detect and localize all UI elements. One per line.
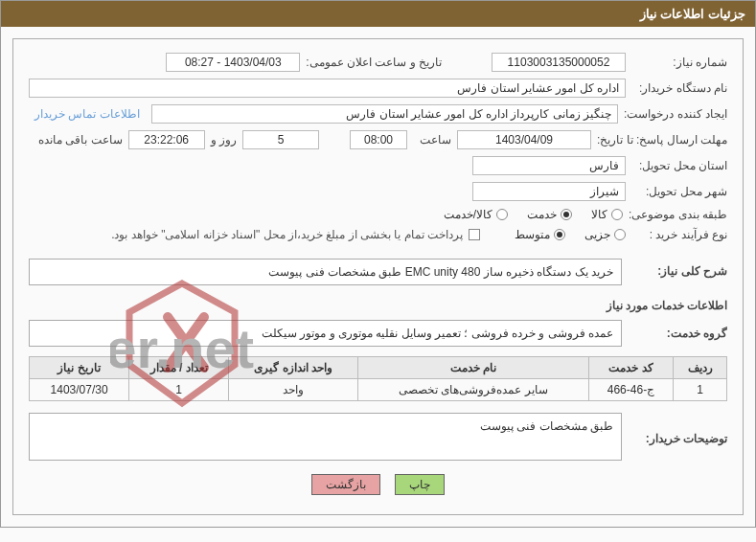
th-unit: واحد اندازه گیری [229,357,358,379]
publish-dt-value: 1403/04/03 - 08:27 [166,53,300,72]
th-row: ردیف [674,357,727,379]
cell-date: 1403/07/30 [30,379,129,401]
button-row: چاپ بازگشت [29,474,727,495]
city-value: شیراز [472,182,626,201]
buyer-note-label: توضیحات خریدار: [622,413,727,445]
deadline-label: مهلت ارسال پاسخ: تا تاریخ: [597,133,727,147]
requester-label: ایجاد کننده درخواست: [624,107,727,121]
row-buyer-org: نام دستگاه خریدار: اداره کل امور عشایر ا… [29,79,727,98]
radio-motevaset[interactable]: متوسط [515,228,565,241]
radio-khadmat[interactable]: خدمت [527,208,572,221]
radio-icon [561,209,572,220]
service-info-heading: اطلاعات خدمات مورد نیاز [29,299,727,312]
radio-jozi-label: جزیی [584,228,610,241]
category-label: طبقه بندی موضوعی: [629,208,727,221]
cell-unit: واحد [229,379,358,401]
radio-jozi[interactable]: جزیی [584,228,626,241]
deadline-time-value: 08:00 [350,130,407,149]
need-no-label: شماره نیاز: [631,56,727,69]
time-label: ساعت [413,133,451,147]
form-body: AriaTender.net شماره نیاز: 1103003135000… [12,38,744,515]
radio-khadmat-label: خدمت [527,208,557,221]
buyer-contact-link[interactable]: اطلاعات تماس خریدار [29,107,146,121]
service-table: ردیف کد خدمت نام خدمت واحد اندازه گیری ت… [29,356,727,401]
radio-icon [554,229,565,240]
purchase-type-radio-group: جزیی متوسط [515,228,626,241]
back-button[interactable]: بازگشت [311,474,380,495]
radio-kalakhadmat[interactable]: کالا/خدمت [444,208,508,221]
service-group-label: گروه خدمت: [622,327,727,340]
days-remaining: 5 [242,130,319,149]
category-radio-group: کالا خدمت کالا/خدمت [444,208,623,221]
radio-kala[interactable]: کالا [591,208,623,221]
panel-title-text: جزئیات اطلاعات نیاز [640,7,745,21]
row-buyer-note: توضیحات خریدار: طبق مشخصات فنی پیوست [29,413,727,461]
radio-kalakhadmat-label: کالا/خدمت [444,208,493,221]
row-category: طبقه بندی موضوعی: کالا خدمت کالا/خدمت [29,208,727,221]
service-group-value: عمده فروشی و خرده فروشی ؛ تعمیر وسایل نق… [29,320,622,347]
row-purchase-type: نوع فرآیند خرید : جزیی متوسط پرداخت تمام… [29,228,727,241]
cell-qty: 1 [129,379,229,401]
remaining-suffix: ساعت باقی مانده [38,133,123,147]
requester-value: چنگیز زمانی کارپرداز اداره کل امور عشایر… [151,104,618,124]
radio-kala-label: کالا [591,208,607,221]
page: جزئیات اطلاعات نیاز AriaTender.net شماره… [0,0,756,528]
row-need-no: شماره نیاز: 1103003135000052 تاریخ و ساع… [29,53,727,72]
purchase-type-label: نوع فرآیند خرید : [631,228,727,241]
print-button[interactable]: چاپ [395,474,445,495]
section-need-desc: شرح کلی نیاز: خرید یک دستگاه ذخیره ساز E… [29,259,727,285]
panel-title: جزئیات اطلاعات نیاز [1,1,755,27]
province-value: فارس [472,156,626,175]
table-row: 1 ج-46-466 سایر عمده‌فروشی‌های تخصصی واح… [30,379,727,401]
th-qty: تعداد / مقدار [129,357,229,379]
need-desc-label: شرح کلی نیاز: [622,259,727,278]
th-code: کد خدمت [588,357,674,379]
buyer-org-value: اداره کل امور عشایر استان فارس [29,79,626,98]
radio-icon [496,209,508,220]
cell-code: ج-46-466 [588,379,674,401]
radio-motevaset-label: متوسط [515,228,550,241]
table-header-row: ردیف کد خدمت نام خدمت واحد اندازه گیری ت… [30,357,727,379]
buyer-note-value: طبق مشخصات فنی پیوست [29,413,622,461]
row-requester: ایجاد کننده درخواست: چنگیز زمانی کارپردا… [29,104,727,124]
publish-dt-label: تاریخ و ساعت اعلان عمومی: [306,56,442,69]
treasury-checkbox[interactable] [469,229,480,240]
city-label: شهر محل تحویل: [631,185,727,198]
need-desc-value: خرید یک دستگاه ذخیره ساز EMC unity 480 ط… [29,259,622,285]
row-deadline: مهلت ارسال پاسخ: تا تاریخ: 1403/04/09 سا… [29,130,727,149]
days-suffix: روز و [211,133,237,147]
time-remaining: 23:22:06 [128,130,205,149]
payment-note: پرداخت تمام یا بخشی از مبلغ خرید،از محل … [111,228,463,241]
radio-icon [611,209,623,220]
cell-name: سایر عمده‌فروشی‌های تخصصی [358,379,588,401]
row-service-group: گروه خدمت: عمده فروشی و خرده فروشی ؛ تعم… [29,320,727,347]
row-city: شهر محل تحویل: شیراز [29,182,727,201]
radio-icon [614,229,626,240]
deadline-date-value: 1403/04/09 [457,130,591,149]
buyer-org-label: نام دستگاه خریدار: [631,81,727,95]
province-label: استان محل تحویل: [631,159,727,172]
cell-row: 1 [674,379,727,401]
th-name: نام خدمت [358,357,588,379]
need-no-value: 1103003135000052 [492,53,626,72]
th-date: تاریخ نیاز [30,357,129,379]
row-province: استان محل تحویل: فارس [29,156,727,175]
